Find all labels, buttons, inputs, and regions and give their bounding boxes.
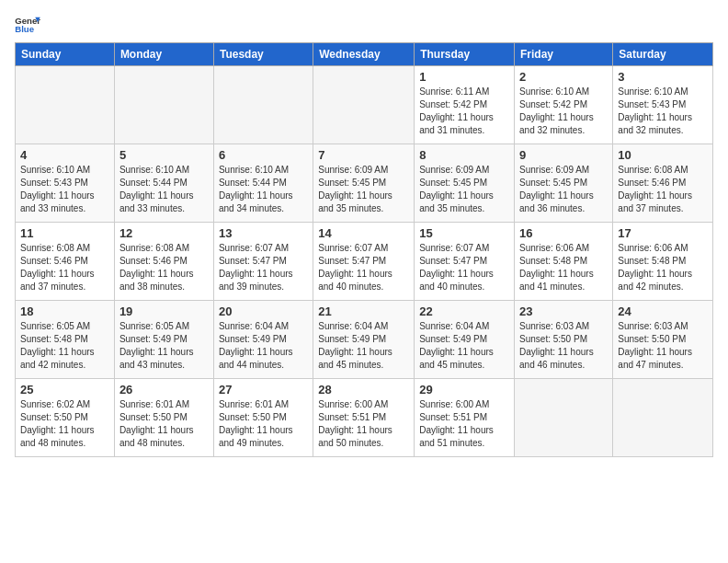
calendar-cell: 17Sunrise: 6:06 AM Sunset: 5:48 PM Dayli… — [613, 223, 713, 301]
calendar-week-row: 18Sunrise: 6:05 AM Sunset: 5:48 PM Dayli… — [16, 301, 713, 379]
calendar-cell: 8Sunrise: 6:09 AM Sunset: 5:45 PM Daylig… — [415, 144, 515, 223]
day-detail: Sunrise: 6:09 AM Sunset: 5:45 PM Dayligh… — [419, 164, 509, 215]
day-detail: Sunrise: 6:05 AM Sunset: 5:49 PM Dayligh… — [119, 320, 209, 372]
day-number: 18 — [20, 304, 109, 318]
day-detail: Sunrise: 6:09 AM Sunset: 5:45 PM Dayligh… — [318, 164, 409, 215]
day-detail: Sunrise: 6:04 AM Sunset: 5:49 PM Dayligh… — [419, 320, 509, 372]
calendar-cell: 18Sunrise: 6:05 AM Sunset: 5:48 PM Dayli… — [16, 301, 115, 379]
page-header: General Blue — [15, 15, 713, 35]
calendar-cell: 2Sunrise: 6:10 AM Sunset: 5:42 PM Daylig… — [515, 66, 613, 144]
calendar-cell: 1Sunrise: 6:11 AM Sunset: 5:42 PM Daylig… — [415, 66, 515, 144]
day-detail: Sunrise: 6:04 AM Sunset: 5:49 PM Dayligh… — [219, 320, 308, 372]
calendar-cell — [515, 379, 613, 457]
day-detail: Sunrise: 6:07 AM Sunset: 5:47 PM Dayligh… — [318, 242, 409, 293]
calendar-cell: 28Sunrise: 6:00 AM Sunset: 5:51 PM Dayli… — [313, 379, 415, 457]
day-detail: Sunrise: 6:00 AM Sunset: 5:51 PM Dayligh… — [419, 398, 509, 450]
calendar-cell: 15Sunrise: 6:07 AM Sunset: 5:47 PM Dayli… — [415, 223, 515, 301]
calendar-cell: 3Sunrise: 6:10 AM Sunset: 5:43 PM Daylig… — [613, 66, 713, 144]
day-number: 25 — [20, 383, 109, 396]
day-detail: Sunrise: 6:02 AM Sunset: 5:50 PM Dayligh… — [20, 398, 109, 450]
calendar-cell: 4Sunrise: 6:10 AM Sunset: 5:43 PM Daylig… — [16, 144, 115, 223]
day-number: 11 — [20, 226, 109, 240]
day-number: 16 — [519, 226, 608, 240]
calendar-cell: 26Sunrise: 6:01 AM Sunset: 5:50 PM Dayli… — [114, 379, 213, 457]
col-header-friday: Friday — [515, 43, 613, 66]
day-number: 15 — [419, 226, 509, 240]
calendar-cell: 27Sunrise: 6:01 AM Sunset: 5:50 PM Dayli… — [213, 379, 313, 457]
calendar-cell — [114, 66, 213, 144]
svg-text:Blue: Blue — [15, 24, 34, 34]
logo: General Blue — [15, 15, 40, 35]
col-header-thursday: Thursday — [415, 43, 515, 66]
calendar-cell: 10Sunrise: 6:08 AM Sunset: 5:46 PM Dayli… — [613, 144, 713, 223]
calendar-cell: 5Sunrise: 6:10 AM Sunset: 5:44 PM Daylig… — [114, 144, 213, 223]
day-number: 7 — [318, 148, 409, 162]
day-detail: Sunrise: 6:10 AM Sunset: 5:44 PM Dayligh… — [219, 164, 308, 215]
day-number: 10 — [618, 148, 708, 162]
calendar-cell: 7Sunrise: 6:09 AM Sunset: 5:45 PM Daylig… — [313, 144, 415, 223]
calendar-cell: 13Sunrise: 6:07 AM Sunset: 5:47 PM Dayli… — [213, 223, 313, 301]
calendar-cell: 29Sunrise: 6:00 AM Sunset: 5:51 PM Dayli… — [415, 379, 515, 457]
calendar-week-row: 11Sunrise: 6:08 AM Sunset: 5:46 PM Dayli… — [16, 223, 713, 301]
generalblue-logo-icon: General Blue — [15, 15, 40, 35]
day-detail: Sunrise: 6:08 AM Sunset: 5:46 PM Dayligh… — [20, 242, 109, 293]
day-number: 14 — [318, 226, 409, 240]
day-number: 3 — [618, 70, 708, 84]
day-detail: Sunrise: 6:05 AM Sunset: 5:48 PM Dayligh… — [20, 320, 109, 372]
day-number: 21 — [318, 304, 409, 318]
day-detail: Sunrise: 6:10 AM Sunset: 5:44 PM Dayligh… — [119, 164, 209, 215]
calendar-cell: 21Sunrise: 6:04 AM Sunset: 5:49 PM Dayli… — [313, 301, 415, 379]
calendar-cell: 16Sunrise: 6:06 AM Sunset: 5:48 PM Dayli… — [515, 223, 613, 301]
calendar-cell: 24Sunrise: 6:03 AM Sunset: 5:50 PM Dayli… — [613, 301, 713, 379]
day-number: 8 — [419, 148, 509, 162]
day-detail: Sunrise: 6:09 AM Sunset: 5:45 PM Dayligh… — [519, 164, 608, 215]
day-detail: Sunrise: 6:08 AM Sunset: 5:46 PM Dayligh… — [119, 242, 209, 293]
day-detail: Sunrise: 6:11 AM Sunset: 5:42 PM Dayligh… — [419, 86, 509, 137]
day-number: 6 — [219, 148, 308, 162]
day-number: 4 — [20, 148, 109, 162]
calendar-cell — [213, 66, 313, 144]
day-detail: Sunrise: 6:08 AM Sunset: 5:46 PM Dayligh… — [618, 164, 708, 215]
day-detail: Sunrise: 6:06 AM Sunset: 5:48 PM Dayligh… — [618, 242, 708, 293]
col-header-monday: Monday — [114, 43, 213, 66]
calendar-cell: 9Sunrise: 6:09 AM Sunset: 5:45 PM Daylig… — [515, 144, 613, 223]
day-number: 29 — [419, 383, 509, 396]
calendar-header-row: SundayMondayTuesdayWednesdayThursdayFrid… — [16, 43, 713, 66]
day-detail: Sunrise: 6:07 AM Sunset: 5:47 PM Dayligh… — [219, 242, 308, 293]
calendar-cell: 11Sunrise: 6:08 AM Sunset: 5:46 PM Dayli… — [16, 223, 115, 301]
calendar-cell: 14Sunrise: 6:07 AM Sunset: 5:47 PM Dayli… — [313, 223, 415, 301]
calendar-cell: 20Sunrise: 6:04 AM Sunset: 5:49 PM Dayli… — [213, 301, 313, 379]
day-number: 12 — [119, 226, 209, 240]
day-number: 13 — [219, 226, 308, 240]
col-header-wednesday: Wednesday — [313, 43, 415, 66]
day-detail: Sunrise: 6:00 AM Sunset: 5:51 PM Dayligh… — [318, 398, 409, 450]
calendar-week-row: 4Sunrise: 6:10 AM Sunset: 5:43 PM Daylig… — [16, 144, 713, 223]
day-detail: Sunrise: 6:01 AM Sunset: 5:50 PM Dayligh… — [119, 398, 209, 450]
day-number: 19 — [119, 304, 209, 318]
calendar-cell: 22Sunrise: 6:04 AM Sunset: 5:49 PM Dayli… — [415, 301, 515, 379]
col-header-sunday: Sunday — [16, 43, 115, 66]
day-number: 1 — [419, 70, 509, 84]
day-number: 24 — [618, 304, 708, 318]
day-detail: Sunrise: 6:03 AM Sunset: 5:50 PM Dayligh… — [519, 320, 608, 372]
day-number: 5 — [119, 148, 209, 162]
day-number: 9 — [519, 148, 608, 162]
col-header-saturday: Saturday — [613, 43, 713, 66]
calendar-week-row: 25Sunrise: 6:02 AM Sunset: 5:50 PM Dayli… — [16, 379, 713, 457]
calendar-cell: 12Sunrise: 6:08 AM Sunset: 5:46 PM Dayli… — [114, 223, 213, 301]
col-header-tuesday: Tuesday — [213, 43, 313, 66]
calendar-cell: 23Sunrise: 6:03 AM Sunset: 5:50 PM Dayli… — [515, 301, 613, 379]
calendar-cell — [16, 66, 115, 144]
calendar-cell: 19Sunrise: 6:05 AM Sunset: 5:49 PM Dayli… — [114, 301, 213, 379]
day-number: 26 — [119, 383, 209, 396]
calendar-cell — [313, 66, 415, 144]
day-number: 28 — [318, 383, 409, 396]
day-detail: Sunrise: 6:03 AM Sunset: 5:50 PM Dayligh… — [618, 320, 708, 372]
day-number: 23 — [519, 304, 608, 318]
calendar-table: SundayMondayTuesdayWednesdayThursdayFrid… — [15, 42, 713, 457]
day-number: 27 — [219, 383, 308, 396]
day-detail: Sunrise: 6:10 AM Sunset: 5:43 PM Dayligh… — [618, 86, 708, 137]
day-detail: Sunrise: 6:10 AM Sunset: 5:43 PM Dayligh… — [20, 164, 109, 215]
day-number: 17 — [618, 226, 708, 240]
day-detail: Sunrise: 6:01 AM Sunset: 5:50 PM Dayligh… — [219, 398, 308, 450]
